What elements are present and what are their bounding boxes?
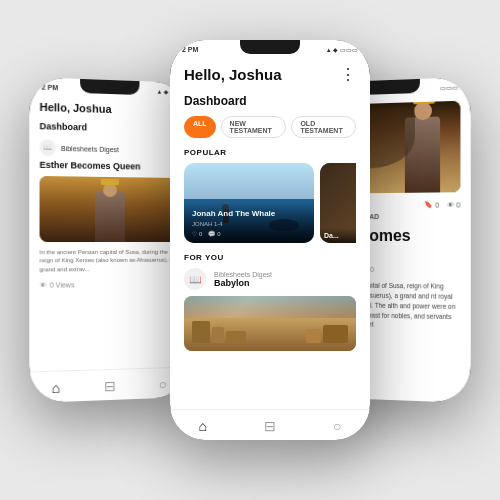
left-source-icon: 📖 xyxy=(40,139,56,156)
jonah-card-overlay: Jonah And The Whale JONAH 1-4 ♡ 0 💬 xyxy=(184,203,314,243)
left-nav-profile[interactable]: ○ xyxy=(159,376,167,392)
for-you-text: Biblesheets Digest Babylon xyxy=(214,271,272,288)
center-bottom-nav: ⌂ ⊟ ○ xyxy=(170,409,370,440)
whale-sky xyxy=(184,163,314,203)
for-you-source-icon: 📖 xyxy=(184,268,206,290)
jonah-comment-count: 💬 0 xyxy=(208,230,220,237)
left-screen-content: Hello, Joshua Dashboard 📖 Biblesheets Di… xyxy=(29,92,187,371)
center-dashboard-label: Dashboard xyxy=(184,94,356,108)
eye-icon-right: 👁 xyxy=(447,201,454,208)
left-nav-home[interactable]: ⌂ xyxy=(52,380,61,396)
for-you-item: 📖 Biblesheets Digest Babylon xyxy=(184,268,356,290)
phone-left: 2 PM ▲ ◆ ▭ Hello, Joshua Dashboard 📖 Bib… xyxy=(29,77,187,403)
ruin-2 xyxy=(212,327,224,343)
eye-icon: 👁 xyxy=(40,282,47,289)
babylon-image xyxy=(184,296,356,351)
jonah-card-stats: ♡ 0 💬 0 xyxy=(192,230,306,237)
left-signal-icon: ▲ ◆ xyxy=(156,88,168,95)
center-time: 2 PM xyxy=(182,46,198,53)
center-phone-screen: 2 PM ▲ ◆ ▭▭▭ Hello, Joshua ⋮ Dashboard A… xyxy=(170,40,370,440)
center-notch xyxy=(240,40,300,54)
center-status-icons: ▲ ◆ ▭▭▭ xyxy=(326,46,358,53)
left-nav-bookmark[interactable]: ⊟ xyxy=(104,378,116,394)
secondary-card-title: Da... xyxy=(324,232,356,239)
jonah-card-subtitle: JONAH 1-4 xyxy=(192,221,306,227)
left-article-image xyxy=(40,176,179,242)
filter-tabs: ALL NEW TESTAMENT OLD TESTAMENT xyxy=(184,116,356,138)
left-article-text: In the ancient Persian capital of Susa, … xyxy=(40,248,179,274)
bookmark-icon: 🔖 xyxy=(424,201,433,209)
ruin-4 xyxy=(323,325,348,343)
for-you-section-label: FOR YOU xyxy=(184,253,356,262)
left-bottom-nav: ⌂ ⊟ ○ xyxy=(29,367,187,403)
secondary-popular-card[interactable]: Da... xyxy=(320,163,356,243)
left-time: 2 PM xyxy=(42,84,59,92)
secondary-card-overlay: Da... xyxy=(320,228,356,243)
center-nav-home[interactable]: ⌂ xyxy=(199,418,207,434)
more-menu-button[interactable]: ⋮ xyxy=(340,65,356,84)
phones-container: 2 PM ▲ ◆ ▭ Hello, Joshua Dashboard 📖 Bib… xyxy=(20,20,480,480)
right-battery-icon: ▭▭▭ xyxy=(440,84,458,92)
left-source-row: 📖 Biblesheets Digest xyxy=(40,139,179,158)
left-content: Hello, Joshua Dashboard 📖 Biblesheets Di… xyxy=(29,92,187,371)
filter-old-testament[interactable]: OLD TESTAMENT xyxy=(291,116,356,138)
right-status-icons: ▭▭▭ xyxy=(440,84,458,92)
jonah-whale-card[interactable]: Jonah And The Whale JONAH 1-4 ♡ 0 💬 xyxy=(184,163,314,243)
center-header: Hello, Joshua ⋮ xyxy=(184,65,356,84)
for-you-article-title: Babylon xyxy=(214,278,272,288)
center-content: Hello, Joshua ⋮ Dashboard ALL NEW TESTAM… xyxy=(170,55,370,409)
left-notch xyxy=(80,79,139,95)
center-screen-content: Hello, Joshua ⋮ Dashboard ALL NEW TESTAM… xyxy=(170,55,370,409)
center-greeting: Hello, Joshua xyxy=(184,66,282,83)
filter-new-testament[interactable]: NEW TESTAMENT xyxy=(221,116,287,138)
right-bookmark-stat: 🔖 0 xyxy=(424,201,439,209)
center-signal-icon: ▲ ◆ ▭▭▭ xyxy=(326,46,358,53)
jonah-card-title: Jonah And The Whale xyxy=(192,209,306,219)
left-dashboard-label: Dashboard xyxy=(40,121,179,135)
popular-cards: Jonah And The Whale JONAH 1-4 ♡ 0 💬 xyxy=(184,163,356,243)
left-source-name: Biblesheets Digest xyxy=(61,144,119,152)
left-view-count: 0 Views xyxy=(50,282,75,289)
left-views: 👁 0 Views xyxy=(40,281,179,289)
phone-center: 2 PM ▲ ◆ ▭▭▭ Hello, Joshua ⋮ Dashboard A… xyxy=(170,40,370,440)
ruin-3 xyxy=(226,331,246,343)
center-nav-profile[interactable]: ○ xyxy=(333,418,341,434)
center-nav-bookmark[interactable]: ⊟ xyxy=(264,418,276,434)
for-you-source-name: Biblesheets Digest xyxy=(214,271,272,278)
left-phone-screen: 2 PM ▲ ◆ ▭ Hello, Joshua Dashboard 📖 Bib… xyxy=(29,77,187,403)
popular-section-label: POPULAR xyxy=(184,148,356,157)
right-view-stat: 👁 0 xyxy=(447,200,460,208)
heart-icon: ♡ xyxy=(192,230,197,237)
left-greeting: Hello, Joshua xyxy=(40,101,179,117)
ruin-1 xyxy=(192,321,210,343)
jonah-like-count: ♡ 0 xyxy=(192,230,202,237)
left-article-title: Esther Becomes Queen xyxy=(40,160,179,172)
filter-all[interactable]: ALL xyxy=(184,116,216,138)
comment-icon: 💬 xyxy=(208,230,215,237)
ruin-5 xyxy=(306,329,321,343)
